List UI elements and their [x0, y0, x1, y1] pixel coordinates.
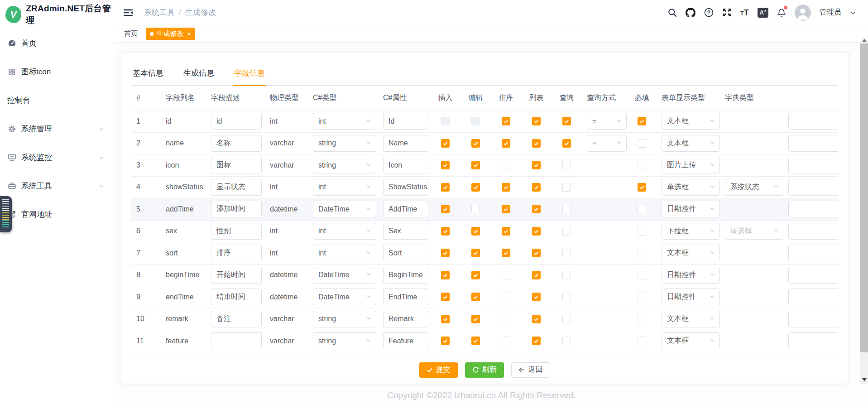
csharp-property-input[interactable]: Remark [383, 311, 428, 327]
description-input[interactable]: 备注 [211, 311, 262, 327]
sidebar-item-控制台[interactable]: 控制台 [0, 86, 113, 115]
query-checkbox[interactable] [562, 249, 571, 257]
sort-checkbox[interactable] [502, 139, 510, 148]
dict-type-select[interactable]: 系统状态 [725, 179, 783, 196]
display-type-select[interactable]: 文本框 [662, 311, 720, 327]
sort-checkbox[interactable] [502, 271, 510, 279]
insert-checkbox[interactable] [441, 139, 450, 148]
required-checkbox[interactable] [638, 249, 646, 257]
list-checkbox[interactable] [532, 337, 541, 345]
username[interactable]: 管理员 [820, 8, 841, 17]
github-icon[interactable] [686, 7, 695, 19]
query-checkbox[interactable] [562, 271, 571, 279]
display-type-select[interactable]: 文本框 [662, 332, 720, 349]
display-type-select[interactable]: 单选框 [662, 179, 720, 196]
edit-checkbox[interactable] [471, 293, 480, 301]
list-checkbox[interactable] [532, 315, 541, 323]
edit-checkbox[interactable] [471, 161, 480, 169]
required-checkbox[interactable] [638, 139, 646, 148]
csharp-property-input[interactable]: Feature [383, 332, 428, 349]
card-tab-生成信息[interactable]: 生成信息 [182, 65, 215, 85]
required-checkbox[interactable] [638, 227, 646, 236]
back-button[interactable]: 返回 [511, 362, 550, 378]
description-input[interactable]: 性别 [211, 223, 262, 240]
tag-active[interactable]: 生成修改 × [146, 28, 195, 40]
sort-checkbox[interactable] [502, 293, 510, 301]
scroll-down-arrow[interactable] [860, 376, 868, 383]
sidebar-item-官网地址[interactable]: 官网地址 [0, 200, 113, 229]
edit-checkbox[interactable] [471, 249, 480, 257]
insert-checkbox[interactable] [441, 315, 450, 323]
csharp-property-input[interactable]: EndTime [383, 289, 428, 305]
csharp-property-input[interactable]: Id [383, 113, 428, 130]
insert-checkbox[interactable] [441, 205, 450, 213]
dict-type-select[interactable]: 请选择 [725, 223, 783, 240]
description-input[interactable]: 排序 [211, 245, 262, 261]
csharp-type-select[interactable]: DateTime [313, 201, 376, 217]
display-type-select[interactable]: 日期控件 [662, 289, 720, 305]
list-checkbox[interactable] [532, 183, 541, 192]
sort-checkbox[interactable] [502, 249, 510, 257]
description-input[interactable]: 结束时间 [211, 289, 262, 305]
display-type-select[interactable]: 文本框 [662, 245, 720, 261]
sort-checkbox[interactable] [502, 205, 510, 213]
edit-checkbox[interactable] [471, 205, 480, 213]
chevron-down-icon[interactable] [850, 7, 856, 19]
description-input[interactable] [211, 332, 262, 349]
sidebar-item-首页[interactable]: 首页 [0, 29, 113, 58]
list-checkbox[interactable] [532, 117, 541, 125]
edit-checkbox[interactable] [471, 271, 480, 279]
csharp-type-select[interactable]: int [313, 245, 376, 261]
extra-input[interactable] [788, 113, 838, 130]
query-checkbox[interactable] [562, 161, 571, 169]
query-checkbox[interactable] [562, 139, 571, 148]
csharp-type-select[interactable]: string [313, 311, 376, 327]
query-checkbox[interactable] [562, 315, 571, 323]
csharp-type-select[interactable]: int [313, 179, 376, 196]
font-size-icon[interactable]: TT [740, 8, 749, 17]
tag-home[interactable]: 首页 [121, 28, 140, 39]
sort-checkbox[interactable] [502, 183, 510, 192]
display-type-select[interactable]: 日期控件 [662, 267, 720, 284]
csharp-property-input[interactable]: BeginTime [383, 267, 428, 284]
csharp-property-input[interactable]: Name [383, 135, 428, 152]
extra-input[interactable] [788, 201, 838, 217]
sort-checkbox[interactable] [502, 117, 510, 125]
csharp-type-select[interactable]: DateTime [313, 289, 376, 305]
breadcrumb-item[interactable]: 系统工具 [144, 7, 175, 18]
extra-input[interactable] [788, 179, 838, 196]
insert-checkbox[interactable] [441, 161, 450, 169]
fullscreen-icon[interactable] [722, 7, 732, 19]
required-checkbox[interactable] [638, 337, 646, 345]
required-checkbox[interactable] [638, 205, 646, 213]
scroll-up-arrow[interactable] [860, 36, 868, 43]
refresh-button[interactable]: 刷新 [465, 362, 504, 378]
description-input[interactable]: 显示状态 [211, 179, 262, 196]
display-type-select[interactable]: 图片上传 [662, 157, 720, 173]
required-checkbox[interactable] [638, 117, 646, 125]
card-tab-字段信息[interactable]: 字段信息 [233, 65, 266, 85]
vertical-scrollbar-thumb[interactable] [860, 43, 868, 352]
sidebar-item-系统监控[interactable]: 系统监控 [0, 143, 113, 172]
insert-checkbox[interactable] [441, 117, 450, 125]
insert-checkbox[interactable] [441, 249, 450, 257]
insert-checkbox[interactable] [441, 271, 450, 279]
edit-checkbox[interactable] [471, 117, 480, 125]
query-type-select[interactable]: = [587, 135, 627, 152]
language-icon[interactable]: Ax [758, 8, 768, 18]
extra-input[interactable] [788, 223, 838, 240]
edit-checkbox[interactable] [471, 183, 480, 192]
search-icon[interactable] [668, 7, 677, 19]
insert-checkbox[interactable] [441, 183, 450, 192]
extra-input[interactable] [788, 245, 838, 261]
extra-input[interactable] [788, 267, 838, 284]
required-checkbox[interactable] [638, 293, 646, 301]
query-checkbox[interactable] [562, 183, 571, 192]
csharp-type-select[interactable]: int [313, 113, 376, 130]
extra-input[interactable] [788, 289, 838, 305]
sort-checkbox[interactable] [502, 227, 510, 236]
list-checkbox[interactable] [532, 205, 541, 213]
close-tag-icon[interactable]: × [187, 30, 191, 37]
insert-checkbox[interactable] [441, 293, 450, 301]
submit-button[interactable]: 提交 [419, 362, 458, 378]
